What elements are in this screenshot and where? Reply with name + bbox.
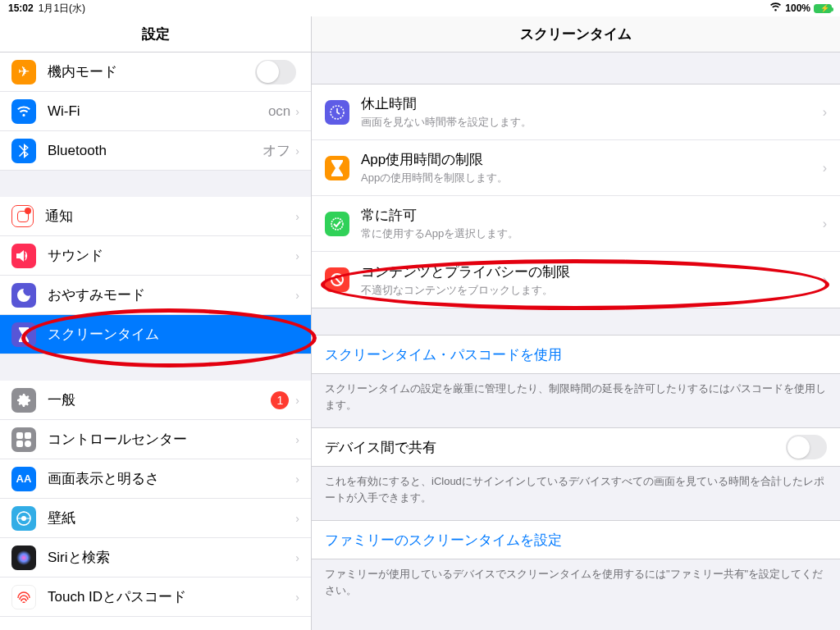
chevron-right-icon: › [295, 249, 299, 262]
sidebar-item-wifi[interactable]: Wi-Fi ocn › [0, 92, 311, 131]
battery-icon: ⚡ [814, 4, 832, 13]
row-sub: 不適切なコンテンツをブロックします。 [361, 283, 823, 298]
row-share[interactable]: デバイス間で共有 [312, 428, 840, 466]
group-limits: 休止時間 画面を見ない時間帯を設定します。 › App使用時間の制限 Appの使… [312, 84, 840, 308]
control-center-icon [11, 427, 36, 452]
row-sub: 常に使用するAppを選択します。 [361, 226, 823, 241]
row-title: コンテンツとプライバシーの制限 [361, 262, 823, 281]
sounds-icon [11, 244, 36, 268]
update-badge: 1 [271, 391, 289, 409]
settings-sidebar: 設定 ✈ 機内モード Wi-Fi ocn › Bluetooth オフ [0, 16, 312, 630]
wifi-icon [769, 2, 782, 14]
status-bar: 15:021月1日(水) 100% ⚡ [0, 0, 840, 16]
sidebar-item-label: Touch IDとパスコード [48, 587, 295, 606]
hourglass-icon [11, 322, 36, 347]
sidebar-item-label: 通知 [45, 207, 295, 226]
sidebar-item-label: 壁紙 [48, 509, 295, 527]
share-toggle[interactable] [786, 435, 827, 459]
prohibited-icon [325, 267, 349, 292]
sidebar-item-siri[interactable]: Siriと検索 › [0, 538, 311, 578]
sidebar-title: 設定 [0, 16, 311, 52]
sidebar-item-label: Wi-Fi [48, 103, 268, 120]
chevron-right-icon: › [295, 105, 299, 118]
detail-pane: スクリーンタイム 休止時間 画面を見ない時間帯を設定します。 › [312, 16, 840, 630]
row-content-privacy[interactable]: コンテンツとプライバシーの制限 不適切なコンテンツをブロックします。 › [312, 252, 840, 308]
group-share: デバイス間で共有 [312, 427, 840, 467]
row-app-limits[interactable]: App使用時間の制限 Appの使用時間を制限します。 › [312, 140, 840, 196]
chevron-right-icon: › [295, 512, 299, 525]
sidebar-item-label: 機内モード [48, 62, 255, 81]
sidebar-item-airplane[interactable]: ✈ 機内モード [0, 52, 311, 92]
chevron-right-icon: › [823, 161, 827, 176]
sidebar-item-label: スクリーンタイム [48, 325, 299, 344]
chevron-right-icon: › [295, 144, 299, 158]
detail-title: スクリーンタイム [312, 16, 840, 52]
bluetooth-value: オフ [262, 141, 290, 160]
sidebar-item-label: コントロールセンター [48, 430, 295, 449]
group-passcode: スクリーンタイム・パスコードを使用 [312, 335, 840, 374]
battery-percent: 100% [785, 2, 810, 14]
row-title: デバイス間で共有 [325, 438, 436, 457]
sidebar-item-label: 画面表示と明るさ [48, 469, 295, 488]
airplane-toggle[interactable] [255, 60, 296, 84]
svg-rect-2 [16, 441, 23, 447]
note-passcode: スクリーンタイムの設定を厳重に管理したり、制限時間の延長を許可したりするにはパス… [312, 374, 840, 427]
chevron-right-icon: › [295, 394, 299, 407]
sidebar-item-wallpaper[interactable]: 壁紙 › [0, 499, 311, 538]
sidebar-item-control-center[interactable]: コントロールセンター › [0, 420, 311, 459]
notifications-icon [11, 205, 34, 227]
sidebar-item-display[interactable]: AA 画面表示と明るさ › [0, 459, 311, 499]
wallpaper-icon [11, 506, 36, 531]
sidebar-item-notifications[interactable]: 通知 › [0, 197, 311, 236]
bluetooth-icon [11, 139, 36, 163]
row-sub: 画面を見ない時間帯を設定します。 [361, 115, 823, 130]
chevron-right-icon: › [295, 472, 299, 486]
sidebar-item-general[interactable]: 一般 1 › [0, 381, 311, 420]
svg-point-8 [331, 218, 343, 230]
row-title: 常に許可 [361, 206, 823, 225]
row-title: App使用時間の制限 [361, 150, 823, 169]
hourglass-icon [325, 156, 349, 180]
airplane-icon: ✈ [11, 60, 36, 84]
sidebar-item-label: Siriと検索 [48, 548, 295, 567]
sidebar-item-touchid[interactable]: Touch IDとパスコード › [0, 578, 311, 617]
gear-icon [11, 388, 36, 413]
link-passcode[interactable]: スクリーンタイム・パスコードを使用 [312, 336, 840, 373]
svg-rect-3 [25, 441, 31, 447]
sidebar-item-label: 一般 [48, 390, 271, 409]
chevron-right-icon: › [823, 105, 827, 120]
chevron-right-icon: › [823, 272, 827, 287]
chevron-right-icon: › [295, 551, 299, 564]
note-share: これを有効にすると、iCloudにサインインしているデバイスすべての画面を見てい… [312, 467, 840, 520]
wifi-icon [11, 99, 36, 124]
moon-icon [11, 283, 36, 308]
status-time: 15:02 [8, 2, 34, 14]
sidebar-item-bluetooth[interactable]: Bluetooth オフ › [0, 131, 311, 171]
sidebar-item-label: Bluetooth [48, 143, 262, 159]
group-family: ファミリーのスクリーンタイムを設定 [312, 520, 840, 559]
wifi-value: ocn [268, 103, 290, 120]
check-icon [325, 212, 349, 236]
row-always-allowed[interactable]: 常に許可 常に使用するAppを選択します。 › [312, 196, 840, 252]
sidebar-item-label: おやすみモード [48, 285, 295, 304]
status-date: 1月1日(水) [39, 2, 85, 14]
chevron-right-icon: › [295, 591, 299, 604]
svg-point-6 [16, 550, 31, 565]
link-family[interactable]: ファミリーのスクリーンタイムを設定 [312, 521, 840, 559]
row-title: 休止時間 [361, 94, 823, 113]
sidebar-item-label: サウンド [48, 246, 295, 265]
chevron-right-icon: › [295, 289, 299, 302]
clock-icon [325, 100, 349, 125]
sidebar-item-screentime[interactable]: スクリーンタイム [0, 315, 311, 354]
row-downtime[interactable]: 休止時間 画面を見ない時間帯を設定します。 › [312, 84, 840, 140]
sidebar-item-sounds[interactable]: サウンド › [0, 236, 311, 276]
note-family: ファミリーが使用しているデバイスでスクリーンタイムを使用するには"ファミリー共有… [312, 559, 840, 613]
display-icon: AA [11, 467, 36, 491]
chevron-right-icon: › [295, 433, 299, 446]
sidebar-item-dnd[interactable]: おやすみモード › [0, 276, 311, 315]
svg-rect-0 [16, 432, 23, 439]
fingerprint-icon [11, 585, 36, 609]
siri-icon [11, 546, 36, 570]
chevron-right-icon: › [295, 210, 299, 223]
svg-rect-1 [25, 432, 31, 439]
